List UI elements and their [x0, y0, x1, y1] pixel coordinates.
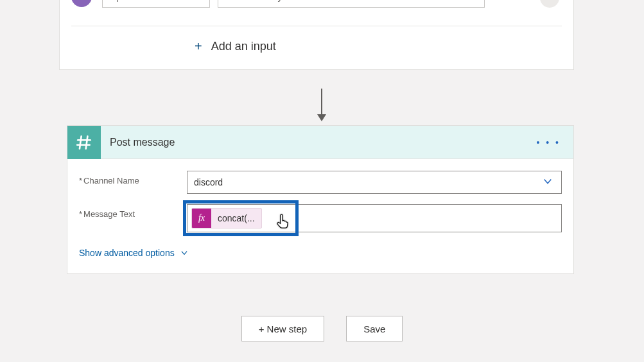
delete-input-button[interactable] [540, 0, 559, 8]
channel-select[interactable]: discord [187, 171, 562, 194]
action-menu-button[interactable]: • • • [533, 134, 564, 151]
new-step-button[interactable]: + New step [241, 316, 324, 341]
channel-row: *Channel Name discord [79, 171, 562, 194]
message-label: *Message Text [79, 204, 187, 219]
action-title: Post message [110, 137, 175, 148]
add-input-button[interactable]: + Add an input [60, 26, 573, 69]
trigger-input-row: A Inputs Please enter your email [60, 0, 573, 12]
plus-icon: + [195, 39, 202, 54]
advanced-label: Show advanced options [79, 248, 175, 258]
arrow-down-icon [317, 114, 326, 121]
channel-label: *Channel Name [79, 171, 187, 185]
expression-text: concat(... [211, 213, 261, 223]
input-name-field[interactable]: Inputs [102, 0, 210, 8]
expression-chip[interactable]: fx concat(... [191, 208, 262, 228]
action-card: Post message • • • *Channel Name discord… [67, 125, 574, 274]
save-button[interactable]: Save [346, 316, 403, 341]
show-advanced-options[interactable]: Show advanced options [79, 248, 189, 258]
hash-icon [67, 126, 101, 159]
trigger-card: A Inputs Please enter your email + Add a… [59, 0, 574, 70]
action-body: *Channel Name discord *Message Text [67, 159, 573, 273]
chevron-down-icon [542, 176, 553, 189]
footer-buttons: + New step Save [0, 316, 644, 341]
add-input-label: Add an input [211, 40, 276, 53]
fx-icon: fx [192, 209, 211, 228]
flow-connector [317, 89, 327, 125]
avatar: A [71, 0, 92, 7]
message-row: *Message Text fx concat(... [79, 204, 562, 232]
message-text-input[interactable]: fx concat(... [187, 204, 562, 232]
action-header[interactable]: Post message • • • [67, 126, 573, 159]
channel-value: discord [194, 177, 223, 187]
chevron-down-icon [180, 248, 189, 257]
input-placeholder-field[interactable]: Please enter your email [218, 0, 485, 8]
